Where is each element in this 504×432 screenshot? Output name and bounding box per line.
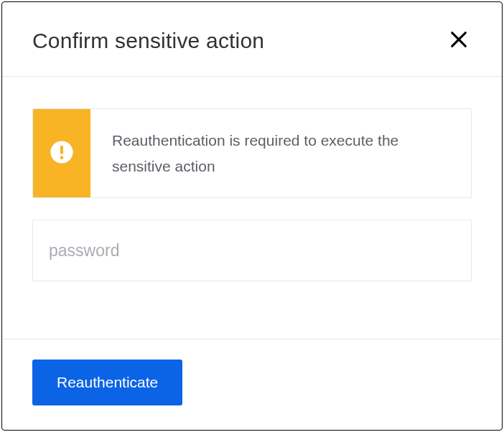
alert-accent (33, 109, 90, 197)
dialog-title: Confirm sensitive action (32, 29, 264, 53)
dialog-header: Confirm sensitive action (2, 2, 502, 77)
password-input[interactable] (32, 220, 472, 281)
close-icon (449, 29, 469, 52)
dialog-body: Reauthentication is required to execute … (2, 77, 502, 339)
svg-point-4 (60, 156, 64, 159)
confirm-sensitive-action-dialog: Confirm sensitive action (1, 1, 503, 431)
reauth-warning-alert: Reauthentication is required to execute … (32, 108, 472, 198)
exclamation-circle-icon (50, 140, 74, 167)
alert-message: Reauthentication is required to execute … (90, 109, 471, 197)
dialog-footer: Reauthenticate (2, 339, 502, 430)
svg-rect-3 (60, 145, 63, 154)
close-button[interactable] (446, 27, 472, 55)
reauthenticate-button[interactable]: Reauthenticate (32, 360, 182, 405)
